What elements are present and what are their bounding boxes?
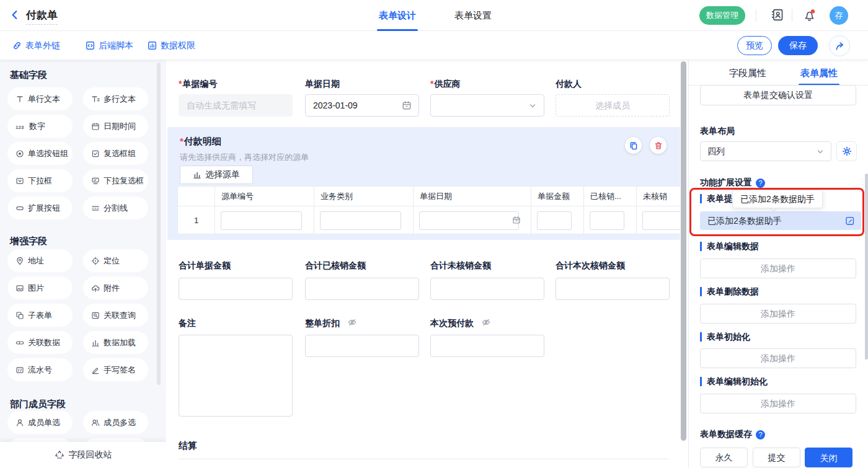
field-type-datetime[interactable]: 日期时间 [83, 115, 148, 138]
subform-icon [16, 311, 24, 320]
field-type-geolocation[interactable]: 定位 [83, 249, 148, 272]
total-doc-amount-input[interactable] [179, 278, 293, 300]
payment-detail-section[interactable]: *付款明细 请先选择供应商，再选择对应的源单 选择源单 源单编号 业务类别 单据… [167, 127, 680, 240]
prepay-input[interactable] [430, 335, 544, 357]
total-current-writeoff-input[interactable] [556, 278, 670, 300]
page-title[interactable]: 付款单 [26, 8, 58, 25]
select-source-button[interactable]: 选择源单 [180, 166, 253, 184]
field-type-radio-group[interactable]: 单选按钮组 [7, 142, 73, 165]
tab-form-properties[interactable]: 表单属性 [785, 60, 853, 86]
help-icon[interactable]: ? [756, 179, 765, 188]
field-type-member-single[interactable]: 成员单选 [7, 411, 73, 434]
field-type-serial-number[interactable]: 流水号 [7, 358, 73, 381]
divider [792, 9, 792, 22]
doc-number-input[interactable] [179, 94, 293, 117]
field-type-subform[interactable]: 子表单 [7, 304, 73, 327]
doc-date-input[interactable] [305, 94, 419, 117]
field-type-lookup[interactable]: 关联查询 [83, 304, 148, 327]
tab-form-design[interactable]: 表单设计 [370, 0, 425, 31]
prepay-label: 本次预付款 [430, 318, 474, 329]
total-written-off-input[interactable] [305, 278, 419, 300]
save-button[interactable]: 保存 [778, 36, 818, 55]
cell-biz-type [314, 206, 414, 234]
field-type-dropdown[interactable]: 下拉框 [7, 169, 73, 192]
field-type-multi-line-text[interactable]: 多行文本 [83, 87, 148, 110]
label-text: 表单数据缓存 [700, 429, 752, 440]
form-edit-init-label: 表单编辑初始化 [700, 377, 768, 386]
tab-field-properties[interactable]: 字段属性 [714, 60, 782, 86]
layout-settings-button[interactable] [836, 141, 857, 161]
canvas-scrollbar[interactable] [681, 61, 686, 441]
pill-label: 下拉框 [28, 175, 52, 187]
help-icon[interactable]: ? [756, 430, 765, 439]
chain-links-icon [16, 338, 24, 347]
field-type-data-load[interactable]: 数据加载 [83, 331, 148, 354]
address-book-icon[interactable] [771, 8, 784, 22]
doc-amount-input[interactable] [537, 211, 572, 230]
source-no-input[interactable] [221, 211, 302, 230]
not-written-off-input[interactable] [642, 211, 680, 230]
cache-option-submit[interactable]: 提交 [753, 448, 800, 467]
field-type-image[interactable]: 图片 [7, 276, 73, 299]
data-manage-button[interactable]: 数据管理 [699, 6, 745, 25]
field-type-member-multi[interactable]: 成员多选 [83, 411, 148, 434]
cache-option-close[interactable]: 关闭 [805, 448, 852, 467]
cell-source-no [215, 206, 314, 234]
field-type-related-data[interactable]: 关联数据 [7, 331, 73, 354]
discount-input[interactable] [305, 335, 419, 357]
pill-label: 关联数据 [28, 337, 60, 348]
layout-select[interactable]: 四列 [700, 141, 831, 161]
field-type-signature[interactable]: 手写签名 [83, 358, 148, 381]
notification-bell-icon[interactable] [803, 9, 816, 22]
external-link-item[interactable]: 表单外链 [12, 31, 60, 60]
pill-label: 单选按钮组 [28, 148, 68, 159]
field-type-multi-dropdown[interactable]: 下拉复选框 [83, 169, 148, 192]
field-type-checkbox-group[interactable]: 复选框组 [83, 142, 148, 165]
total-not-written-off-input[interactable] [430, 278, 544, 300]
top-header: 付款单 表单设计 表单设置 数据管理 存 [0, 0, 868, 31]
cache-option-permanent[interactable]: 永久 [700, 448, 748, 467]
preview-button[interactable]: 预览 [737, 36, 772, 55]
radio-icon [16, 149, 24, 158]
copy-row-button[interactable] [625, 137, 642, 154]
add-action-button-init[interactable]: 添加操作 [700, 348, 856, 368]
field-type-extend-button[interactable]: 扩展按钮 [7, 196, 73, 219]
back-icon[interactable] [10, 9, 20, 20]
table-header-row: 源单编号 业务类别 单据日期 单据金额 已核销... 未核销 [178, 187, 680, 206]
add-action-button-edit[interactable]: 添加操作 [700, 258, 856, 278]
pill-label: 多行文本 [104, 94, 136, 105]
total-written-off-label: 合计已核销金额 [305, 260, 366, 272]
field-type-attachment[interactable]: 附件 [83, 276, 148, 299]
field-type-single-line-text[interactable]: 单行文本 [7, 87, 73, 110]
group-title-basic: 基础字段 [10, 69, 47, 81]
tab-form-settings[interactable]: 表单设置 [445, 0, 501, 31]
supplier-select[interactable] [430, 94, 544, 117]
cell-written-off [584, 206, 637, 234]
add-action-button-delete[interactable]: 添加操作 [700, 304, 856, 324]
biz-type-input[interactable] [320, 211, 401, 230]
payer-member-picker[interactable] [556, 94, 670, 117]
extend-button-icon [16, 204, 24, 213]
remark-textarea[interactable] [179, 335, 293, 417]
panel-scrollbar[interactable] [865, 174, 868, 360]
data-assistant-row[interactable]: 已添加2条数据助手 [700, 211, 861, 230]
sidebar-scrollbar[interactable] [157, 63, 161, 385]
submit-confirm-settings-button[interactable]: 表单提交确认设置 [700, 85, 856, 105]
field-type-divider[interactable]: 分割线 [83, 196, 148, 219]
delete-row-button[interactable] [650, 137, 666, 154]
field-recycle-bin[interactable]: 字段回收站 [0, 442, 166, 468]
row-index: 1 [178, 206, 215, 234]
detail-hint: 请先选择供应商，再选择对应的源单 [180, 152, 309, 163]
form-canvas: *单据编号 单据日期 *供应商 付款人 *付款明细 请先选择供应商，再选择对应的… [166, 60, 681, 468]
pill-label: 成员单选 [28, 417, 60, 428]
backend-script-item[interactable]: 后端脚本 [86, 31, 133, 60]
written-off-input[interactable] [590, 211, 624, 230]
field-type-address[interactable]: 地址 [7, 249, 73, 272]
share-button[interactable] [829, 35, 850, 56]
edit-icon[interactable] [845, 216, 855, 226]
add-action-button-edit-init[interactable]: 添加操作 [700, 394, 856, 413]
avatar[interactable]: 存 [830, 6, 848, 25]
doc-date-cell-input[interactable] [419, 211, 519, 230]
data-permission-item[interactable]: 数据权限 [148, 31, 195, 60]
field-type-number[interactable]: 123数字 [7, 115, 73, 138]
